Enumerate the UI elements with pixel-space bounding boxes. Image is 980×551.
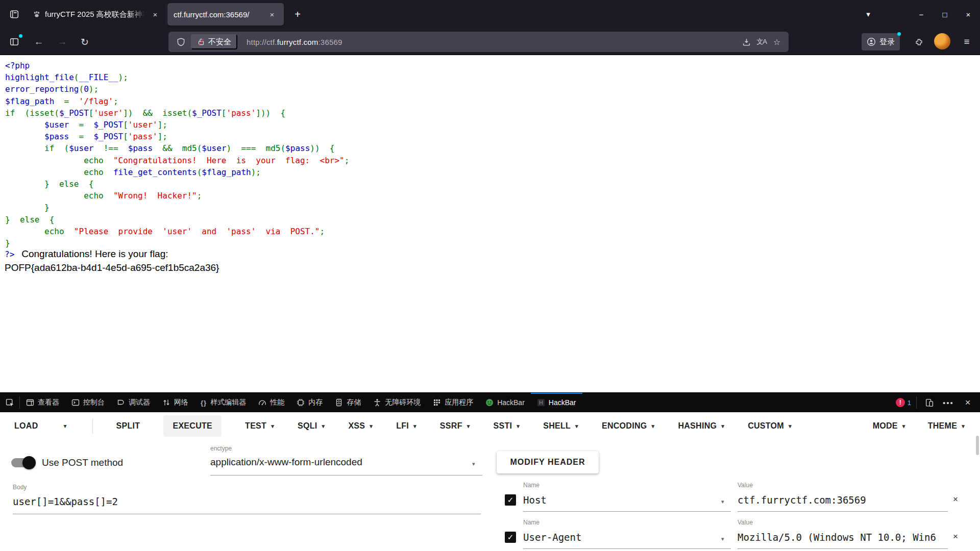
storage-icon (335, 398, 343, 407)
hackbar-menu-hashing[interactable]: HASHING▾ (678, 421, 724, 431)
firefox-view-button[interactable] (5, 5, 23, 23)
reload-button[interactable]: ↻ (76, 33, 94, 51)
devtools-tab-application[interactable]: 应用程序 (427, 393, 479, 412)
enctype-select[interactable]: application/x-www-form-urlencoded (210, 457, 362, 468)
header-name-caret-icon[interactable]: ▾ (721, 536, 724, 542)
window-controls: ▾ − □ × (856, 0, 980, 29)
header-enabled-checkbox[interactable]: ✓ (505, 494, 516, 506)
browser-tab-inactive[interactable]: furryCTF 2025 高校联合新神赛 × (28, 3, 166, 26)
devtools-tab-label: 网络 (174, 398, 188, 407)
remove-header-button[interactable]: × (949, 530, 962, 543)
devtools-tab-network[interactable]: 网络 (156, 393, 194, 412)
hackbar-menu-ssrf[interactable]: SSRF▾ (440, 421, 470, 431)
app-menu-button[interactable]: ≡ (958, 33, 976, 51)
hackbar-menu-shell[interactable]: SHELL▾ (543, 421, 578, 431)
chevron-down-icon: ▾ (575, 423, 578, 430)
hackbar-menu-theme[interactable]: THEME▾ (928, 421, 965, 431)
login-label: 登录 (879, 37, 895, 47)
responsive-design-button[interactable] (922, 395, 936, 410)
tracking-shield-button[interactable] (174, 35, 188, 49)
hackbar-menu-custom[interactable]: CUSTOM▾ (748, 421, 792, 431)
devtools-tab-console[interactable]: 控制台 (65, 393, 111, 412)
code-line: $pass = $_POST['pass']; (5, 131, 349, 142)
devtools-tab-label: 查看器 (38, 398, 59, 407)
hackbar-menu-sqli[interactable]: SQLI▾ (298, 421, 325, 431)
minimize-button[interactable]: − (910, 4, 933, 24)
divider (916, 396, 917, 409)
devtools-close-button[interactable]: × (961, 395, 975, 410)
devtools-menu-button[interactable]: ••• (941, 395, 955, 410)
bookmark-star-button[interactable]: ☆ (769, 34, 785, 49)
hackbar-menu-ssti[interactable]: SSTI▾ (494, 421, 520, 431)
browser-tab-active[interactable]: ctf.furryctf.com:36569/ × (167, 3, 284, 26)
devtools-tab-hackbar-dark[interactable]: HackBar (531, 393, 582, 412)
save-page-button[interactable] (739, 34, 754, 49)
menu-label: EXECUTE (173, 421, 212, 431)
browser-window: furryCTF 2025 高校联合新神赛 × ctf.furryctf.com… (0, 0, 980, 551)
devtools-tab-performance[interactable]: 性能 (252, 393, 290, 412)
account-icon (867, 37, 876, 46)
devtools-tab-memory[interactable]: 内存 (290, 393, 329, 412)
hackbar-menu-split[interactable]: SPLIT (116, 421, 140, 431)
accessibility-icon (373, 398, 381, 407)
hackbar-menu-test[interactable]: TEST▾ (245, 421, 274, 431)
menu-label: SPLIT (116, 421, 140, 431)
devtools-tab-debugger[interactable]: 调试器 (111, 393, 156, 412)
header-name-select[interactable]: Host (523, 494, 547, 506)
devtools-tab-inspector[interactable]: 查看器 (20, 393, 65, 412)
tab-close-icon[interactable]: × (266, 9, 278, 20)
header-value-input[interactable]: ctf.furryctf.com:36569 (738, 494, 937, 506)
devtools-tab-storage[interactable]: 存储 (329, 393, 367, 412)
translate-button[interactable]: 文A (754, 34, 769, 49)
load-caret-button[interactable]: ▾ (62, 420, 69, 432)
php-source-code: <?phphighlight_file(__FILE__);error_repo… (5, 60, 349, 249)
hackbar-menu-lfi[interactable]: LFI▾ (396, 421, 416, 431)
modify-header-button[interactable]: MODIFY HEADER (497, 451, 599, 473)
tab-close-icon[interactable]: × (150, 9, 161, 20)
pick-element-button[interactable] (0, 393, 19, 412)
use-post-toggle[interactable] (11, 458, 35, 467)
profile-avatar[interactable] (934, 33, 950, 49)
header-value-label: Value (738, 519, 753, 526)
hackbar-menu-load[interactable]: LOAD (14, 421, 38, 431)
hackbar-menu-encoding[interactable]: ENCODING▾ (602, 421, 654, 431)
list-all-tabs-chevron-icon[interactable]: ▾ (856, 4, 880, 24)
hackbar-menu-execute[interactable]: EXECUTE (163, 415, 222, 437)
extension-button[interactable] (910, 33, 928, 51)
header-name-caret-icon[interactable]: ▾ (721, 498, 724, 505)
hackbar-menu-xss[interactable]: XSS▾ (348, 421, 373, 431)
url-bar[interactable]: 不安全 http://ctf.furryctf.com:36569 文A ☆ (168, 32, 789, 52)
pick-element-icon (6, 398, 14, 407)
field-underline (523, 511, 731, 512)
enctype-caret-icon[interactable]: ▾ (472, 461, 475, 467)
hackbar-menu: LOAD▾SPLITEXECUTETEST▾SQLI▾XSS▾LFI▾SSRF▾… (0, 412, 980, 440)
error-badge[interactable]: ! 1 (896, 398, 911, 407)
header-value-input[interactable]: Mozilla/5.0 (Windows NT 10.0; Win64 (738, 532, 937, 543)
devtools-tab-accessibility[interactable]: 无障碍环境 (367, 393, 427, 412)
forward-button[interactable]: → (53, 33, 71, 51)
back-button[interactable]: ← (30, 33, 48, 51)
chevron-down-icon: ▾ (322, 423, 325, 430)
devtools-tab-style-editor[interactable]: {}样式编辑器 (194, 393, 252, 412)
window-close-button[interactable]: × (957, 4, 980, 24)
body-input[interactable]: user[]=1&&pass[]=2 (13, 496, 118, 507)
account-login-button[interactable]: 登录 (862, 33, 900, 51)
menu-divider (92, 418, 93, 434)
code-line: highlight_file(__FILE__); (5, 71, 349, 83)
code-line: if (isset($_POST['user']) && isset($_POS… (5, 107, 349, 119)
style-editor-icon: {} (201, 399, 207, 407)
header-enabled-checkbox[interactable]: ✓ (505, 532, 516, 543)
remove-header-button[interactable]: × (949, 493, 962, 506)
insecure-label: 不安全 (208, 37, 231, 47)
web-page-content: <?phphighlight_file(__FILE__);error_repo… (0, 56, 980, 392)
sidebar-button[interactable] (5, 33, 23, 51)
insecure-connection-chip[interactable]: 不安全 (191, 34, 237, 49)
hackbar-menu-mode[interactable]: MODE▾ (873, 421, 905, 431)
maximize-button[interactable]: □ (933, 4, 957, 24)
flag-value: POFP{ada612ba-b4d1-4e5d-a695-cef1b5ca2a3… (5, 262, 219, 276)
chevron-down-icon: ▾ (789, 423, 792, 430)
new-tab-button[interactable]: + (289, 6, 306, 23)
header-name-select[interactable]: User-Agent (523, 532, 581, 543)
scrollbar-thumb[interactable] (976, 436, 979, 455)
devtools-tab-hackbar-green[interactable]: HackBar (479, 393, 531, 412)
